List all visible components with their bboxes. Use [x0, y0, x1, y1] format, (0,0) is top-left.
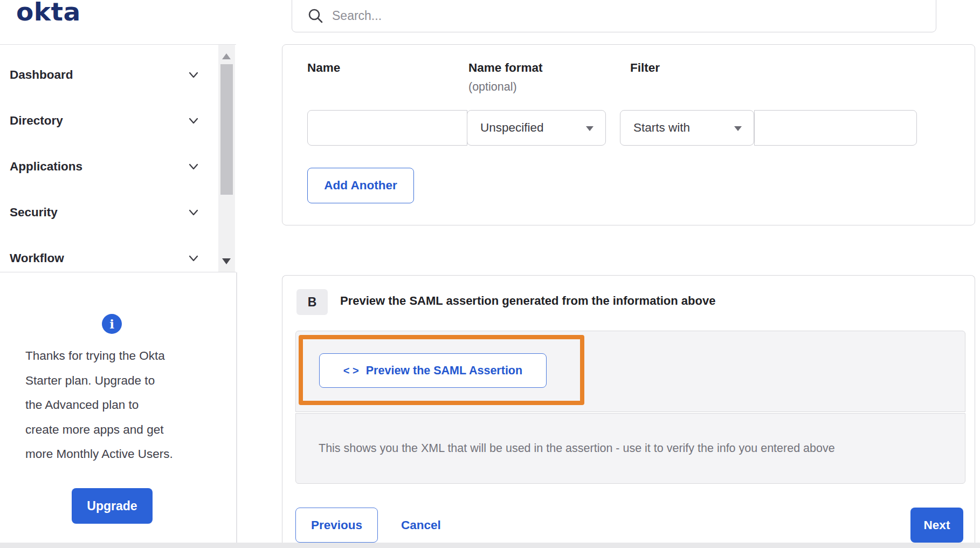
sidebar-item-label: Directory: [10, 114, 63, 128]
attribute-statements-card: Name Name format (optional) Filter Unspe…: [282, 44, 975, 225]
scrollbar-thumb[interactable]: [220, 64, 233, 195]
sidebar-divider: [236, 272, 237, 548]
sidebar-item-security[interactable]: Security: [10, 202, 199, 223]
preview-description-panel: This shows you the XML that will be used…: [295, 413, 965, 484]
scroll-down-arrow-icon[interactable]: [222, 258, 231, 264]
name-format-selected-value: Unspecified: [480, 121, 544, 135]
chevron-down-icon: [188, 252, 199, 264]
add-another-button[interactable]: Add Another: [307, 168, 414, 203]
upgrade-message-line: more Monthly Active Users.: [25, 442, 209, 467]
step-b-badge: B: [296, 289, 328, 315]
name-format-column-label: Name format: [468, 61, 543, 75]
sidebar-item-label: Workflow: [10, 251, 64, 265]
name-format-select[interactable]: Unspecified: [467, 110, 606, 146]
sidebar-item-applications[interactable]: Applications: [10, 156, 199, 177]
sidebar-item-directory[interactable]: Directory: [10, 110, 199, 132]
global-search[interactable]: [292, 0, 936, 32]
upgrade-message-line: the Advanced plan to: [25, 393, 209, 417]
next-button[interactable]: Next: [910, 508, 963, 543]
sidebar-item-dashboard[interactable]: Dashboard: [10, 64, 199, 86]
filter-type-selected-value: Starts with: [633, 121, 690, 135]
filter-type-select[interactable]: Starts with: [620, 110, 754, 146]
preview-section-title: Preview the SAML assertion generated fro…: [340, 294, 715, 308]
viewport-bottom-edge: [0, 543, 980, 548]
okta-admin-app: okta Dashboard Directory Ap: [0, 0, 980, 548]
upgrade-message-line: create more apps and get: [25, 417, 209, 442]
upgrade-button[interactable]: Upgrade: [72, 488, 153, 524]
sidebar-item-label: Dashboard: [10, 68, 73, 82]
preview-saml-card: B Preview the SAML assertion generated f…: [282, 275, 975, 548]
sidebar-nav: Dashboard Directory Applications Securit…: [0, 44, 236, 272]
sidebar-item-label: Applications: [10, 160, 82, 174]
dropdown-caret-icon: [734, 126, 742, 131]
sidebar-item-label: Security: [10, 206, 58, 220]
name-column-label: Name: [307, 61, 340, 75]
preview-button-label: Preview the SAML Assertion: [366, 364, 522, 378]
upgrade-message-line: Starter plan. Upgrade to: [25, 368, 209, 393]
attribute-name-input[interactable]: [307, 110, 467, 146]
okta-logo: okta: [16, 0, 81, 26]
search-icon: [307, 8, 323, 24]
code-brackets-icon: [343, 365, 359, 377]
chevron-down-icon: [188, 207, 199, 218]
sidebar-item-workflow[interactable]: Workflow: [10, 248, 199, 269]
name-format-optional-label: (optional): [468, 80, 517, 94]
chevron-down-icon: [188, 161, 199, 173]
cancel-link[interactable]: Cancel: [401, 508, 441, 543]
scroll-up-arrow-icon[interactable]: [222, 53, 231, 59]
filter-value-input[interactable]: [754, 110, 917, 146]
upgrade-message: Thanks for trying the Okta Starter plan.…: [25, 344, 209, 467]
info-icon: [102, 314, 122, 334]
search-input[interactable]: [332, 9, 898, 23]
sidebar-scrollbar[interactable]: [218, 45, 235, 272]
chevron-down-icon: [188, 69, 199, 81]
preview-description-text: This shows you the XML that will be used…: [319, 442, 835, 455]
preview-saml-assertion-button[interactable]: Preview the SAML Assertion: [319, 353, 547, 388]
previous-button[interactable]: Previous: [295, 508, 378, 543]
filter-column-label: Filter: [630, 61, 660, 75]
chevron-down-icon: [188, 115, 199, 127]
dropdown-caret-icon: [586, 126, 593, 131]
upgrade-message-line: Thanks for trying the Okta: [25, 344, 209, 368]
